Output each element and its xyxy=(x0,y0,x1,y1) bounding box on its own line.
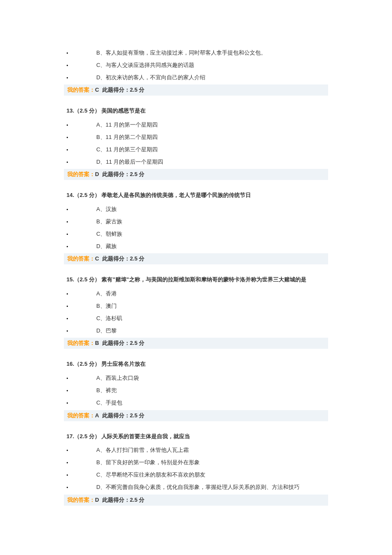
option-text: B、澳门 xyxy=(96,302,117,311)
option-text: C、与客人交谈应选择共同感兴趣的话题 xyxy=(96,61,194,70)
option-row: • C、尽早断绝不应往来的朋友和不喜欢的朋友 xyxy=(64,469,328,481)
answer-letter: C xyxy=(95,255,99,262)
bullet-icon: • xyxy=(64,159,96,166)
option-row: • C、朝鲜族 xyxy=(64,228,328,240)
bullet-icon: • xyxy=(64,327,96,335)
bullet-icon: • xyxy=(64,62,96,69)
bullet-icon: • xyxy=(64,121,96,129)
option-row: • C、手提包 xyxy=(64,397,328,409)
score-text: 此题得分：2.5 分 xyxy=(102,497,145,503)
bullet-icon: • xyxy=(64,484,96,491)
option-text: B、蒙古族 xyxy=(96,217,122,226)
option-text: A、汉族 xyxy=(96,205,117,214)
option-text: D、初次来访的客人，不宜向自己的家人介绍 xyxy=(96,73,205,82)
bullet-icon: • xyxy=(64,303,96,310)
answer-letter: A xyxy=(95,412,99,419)
option-text: A、西装上衣口袋 xyxy=(96,374,139,383)
my-answer-label: 我的答案： xyxy=(67,171,95,177)
bullet-icon: • xyxy=(64,74,96,82)
bullet-icon: • xyxy=(64,375,96,382)
option-text: B、留下良好的第一印象，特别是外在形象 xyxy=(96,458,200,467)
option-row: • D、11 月的最后一个星期四 xyxy=(64,156,328,168)
option-text: C、手提包 xyxy=(96,399,122,408)
bullet-icon: • xyxy=(64,49,96,57)
score-text: 此题得分：2.5 分 xyxy=(102,87,145,93)
question-title: 14.（2.5 分） 孝敬老人是各民族的传统美德，老人节是哪个民族的传统节日 xyxy=(66,191,328,200)
question-options: • A、西装上衣口袋 • B、裤兜 • C、手提包 xyxy=(64,372,328,409)
question-options: • A、11 月的第一个星期四 • B、11 月的第二个星期四 • C、11 月… xyxy=(64,119,328,168)
my-answer-label: 我的答案： xyxy=(67,340,95,346)
partial-question-options: • B、客人如提有重物，应主动接过来，同时帮客人拿手提包和公文包。 • C、与客… xyxy=(64,47,328,84)
answer-letter: B xyxy=(95,340,99,346)
bullet-icon: • xyxy=(64,134,96,142)
my-answer-label: 我的答案： xyxy=(67,255,95,262)
option-row: • B、澳门 xyxy=(64,300,328,312)
option-text: A、各人打扫门前雪，休管他人瓦上霜 xyxy=(96,446,189,455)
option-text: A、11 月的第一个星期四 xyxy=(96,121,158,130)
answer-letter: C xyxy=(95,87,99,93)
option-row: • D、不断完善自我身心素质，优化自我形象，掌握处理人际关系的原则、方法和技巧 xyxy=(64,481,328,494)
option-row: • D、巴黎 xyxy=(64,325,328,337)
option-row: • B、裤兜 xyxy=(64,384,328,397)
option-text: D、11 月的最后一个星期四 xyxy=(96,158,163,167)
option-row: • A、11 月的第一个星期四 xyxy=(64,119,328,131)
option-text: D、不断完善自我身心素质，优化自我形象，掌握处理人际关系的原则、方法和技巧 xyxy=(96,483,300,492)
score-text: 此题得分：2.5 分 xyxy=(102,340,145,346)
option-row: • D、藏族 xyxy=(64,240,328,253)
option-row: • D、初次来访的客人，不宜向自己的家人介绍 xyxy=(64,72,328,84)
question-title: 13.（2.5 分） 美国的感恩节是在 xyxy=(66,107,328,116)
option-text: D、藏族 xyxy=(96,242,117,251)
bullet-icon: • xyxy=(64,290,96,298)
bullet-icon: • xyxy=(64,459,96,467)
question-title: 17.（2.5 分） 人际关系的首要主体是自我，就应当 xyxy=(66,432,328,441)
answer-bar: 我的答案：A 此题得分：2.5 分 xyxy=(64,410,328,421)
answer-letter: D xyxy=(95,497,99,503)
bullet-icon: • xyxy=(64,399,96,407)
page-content: • B、客人如提有重物，应主动接过来，同时帮客人拿手提包和公文包。 • C、与客… xyxy=(0,0,392,540)
answer-bar: 我的答案：C 此题得分：2.5 分 xyxy=(64,253,328,264)
option-text: C、11 月的第三个星期四 xyxy=(96,145,158,154)
bullet-icon: • xyxy=(64,315,96,323)
option-row: • B、11 月的第二个星期四 xyxy=(64,131,328,144)
option-row: • A、香港 xyxy=(64,288,328,300)
question-title: 15.（2.5 分） 素有"赌埠"之称，与美国的拉斯维加斯和摩纳哥的蒙特卡洛并称… xyxy=(66,275,328,284)
option-text: C、朝鲜族 xyxy=(96,230,122,239)
my-answer-label: 我的答案： xyxy=(67,412,95,419)
option-text: B、裤兜 xyxy=(96,386,117,395)
score-text: 此题得分：2.5 分 xyxy=(102,255,145,262)
bullet-icon: • xyxy=(64,471,96,479)
bullet-icon: • xyxy=(64,447,96,454)
answer-bar: 我的答案：B 此题得分：2.5 分 xyxy=(64,338,328,349)
bullet-icon: • xyxy=(64,218,96,226)
option-text: C、尽早断绝不应往来的朋友和不喜欢的朋友 xyxy=(96,471,205,480)
option-text: C、洛杉矶 xyxy=(96,314,122,323)
option-row: • C、11 月的第三个星期四 xyxy=(64,144,328,156)
option-row: • C、与客人交谈应选择共同感兴趣的话题 xyxy=(64,59,328,72)
option-row: • C、洛杉矶 xyxy=(64,312,328,325)
bullet-icon: • xyxy=(64,243,96,251)
answer-bar: 我的答案：D 此题得分：2.5 分 xyxy=(64,494,328,506)
bullet-icon: • xyxy=(64,387,96,395)
option-row: • B、蒙古族 xyxy=(64,216,328,228)
question-options: • A、汉族 • B、蒙古族 • C、朝鲜族 • D、藏族 xyxy=(64,203,328,252)
option-row: • A、各人打扫门前雪，休管他人瓦上霜 xyxy=(64,444,328,457)
score-text: 此题得分：2.5 分 xyxy=(102,171,145,177)
option-row: • B、留下良好的第一印象，特别是外在形象 xyxy=(64,457,328,469)
answer-bar: 我的答案：C 此题得分：2.5 分 xyxy=(64,84,328,95)
option-text: D、巴黎 xyxy=(96,327,117,335)
answer-bar: 我的答案：D 此题得分：2.5 分 xyxy=(64,169,328,180)
my-answer-label: 我的答案： xyxy=(67,87,95,93)
option-row: • A、西装上衣口袋 xyxy=(64,372,328,384)
answer-letter: D xyxy=(95,171,99,177)
option-text: B、客人如提有重物，应主动接过来，同时帮客人拿手提包和公文包。 xyxy=(96,49,266,58)
option-row: • A、汉族 xyxy=(64,203,328,216)
question-title: 16.（2.5 分） 男士应将名片放在 xyxy=(66,360,328,369)
question-options: • A、各人打扫门前雪，休管他人瓦上霜 • B、留下良好的第一印象，特别是外在形… xyxy=(64,444,328,493)
option-text: B、11 月的第二个星期四 xyxy=(96,133,158,142)
my-answer-label: 我的答案： xyxy=(67,497,95,503)
bullet-icon: • xyxy=(64,146,96,154)
bullet-icon: • xyxy=(64,206,96,214)
bullet-icon: • xyxy=(64,231,96,238)
option-text: A、香港 xyxy=(96,289,117,298)
option-row: • B、客人如提有重物，应主动接过来，同时帮客人拿手提包和公文包。 xyxy=(64,47,328,59)
